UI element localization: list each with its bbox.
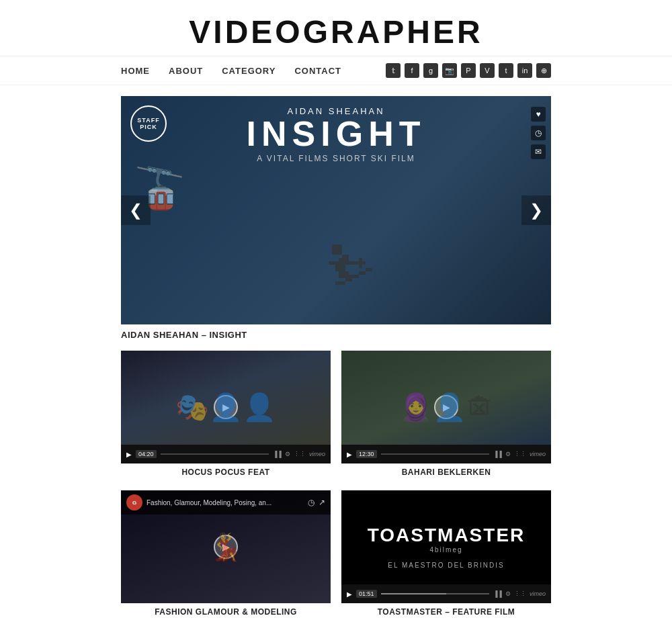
bahari-double-icon: ⋮⋮ xyxy=(514,451,526,457)
hocus-caption: HOCUS POCUS FEAT xyxy=(121,463,331,480)
fashion-thumb[interactable]: G Fashion, Glamour, Modeling, Posing, an… xyxy=(121,490,331,603)
social-instagram-icon[interactable]: 📷 xyxy=(442,63,457,78)
hocus-vimeo-label: vimeo xyxy=(309,451,325,457)
prev-video-button[interactable]: ❮ xyxy=(121,195,151,225)
hocus-gear-icon[interactable]: ⚙ xyxy=(285,451,290,457)
hocus-thumb[interactable]: 🎭👤👤 ▶ ▶ 04:20 ▐▐ ⚙ ⋮⋮ vimeo xyxy=(121,351,331,463)
staff-pick-line1: STAFF xyxy=(137,117,159,124)
toast-word1: TOAST xyxy=(368,525,437,545)
featured-video[interactable]: STAFF PICK ♥ ◷ ✉ AIDAN SHEAHAN INSIGHT A… xyxy=(121,96,551,324)
bahari-bars-icon: ▐▐ xyxy=(493,451,502,457)
hocus-bar-icons: ▐▐ ⚙ ⋮⋮ vimeo xyxy=(273,451,325,457)
hocus-bars-icon: ▐▐ xyxy=(273,451,282,457)
social-facebook-icon[interactable]: f xyxy=(405,63,419,78)
social-pinterest-icon[interactable]: P xyxy=(461,63,476,78)
nav-contact[interactable]: CONTACT xyxy=(294,66,341,76)
video-card-bahari: 🧕👤🏚 ▶ ▶ 12:30 ▐▐ ⚙ ⋮⋮ vimeo BAHARI BEKLE… xyxy=(341,351,551,480)
bahari-time: 12:30 xyxy=(356,450,377,458)
social-tumblr-icon[interactable]: t xyxy=(499,63,513,78)
bahari-controls: ▶ 12:30 ▐▐ ⚙ ⋮⋮ vimeo xyxy=(341,445,551,463)
bahari-bar-icons: ▐▐ ⚙ ⋮⋮ vimeo xyxy=(493,451,546,457)
toastmaster-double-icon: ⋮⋮ xyxy=(514,590,526,597)
toastmaster-controls: ▶ 01:51 ▐▐ ⚙ ⋮⋮ vimeo xyxy=(341,584,551,603)
social-rss-icon[interactable]: ⊕ xyxy=(536,63,551,78)
fashion-scene: 💃 xyxy=(121,490,331,603)
like-button[interactable]: ♥ xyxy=(531,107,546,122)
bahari-vimeo-label: vimeo xyxy=(530,451,546,457)
featured-caption: AIDAN SHEAHAN – INSIGHT xyxy=(121,324,551,348)
nav-home[interactable]: HOME xyxy=(121,66,150,76)
fashion-caption: FASHION GLAMOUR & MODELING xyxy=(121,603,331,619)
bahari-thumb[interactable]: 🧕👤🏚 ▶ ▶ 12:30 ▐▐ ⚙ ⋮⋮ vimeo xyxy=(341,351,551,463)
social-vimeo-icon[interactable]: V xyxy=(480,63,495,78)
ski-figure-decoration: ⛷ xyxy=(325,236,379,298)
hocus-controls: ▶ 04:20 ▐▐ ⚙ ⋮⋮ vimeo xyxy=(121,445,331,463)
site-title: VIDEOGRAPHER xyxy=(0,13,672,50)
staff-pick-line2: PICK xyxy=(140,124,157,130)
video-card-toastmaster: TOASTMASTER 4bilmeg EL MAESTRO DEL BRIND… xyxy=(341,490,551,619)
featured-subtitle: A VITAL FILMS SHORT SKI FILM xyxy=(247,154,426,163)
toastmaster-bar-icons: ▐▐ ⚙ ⋮⋮ vimeo xyxy=(493,590,546,597)
toastmaster-progress[interactable] xyxy=(381,593,490,594)
vimeo-action-buttons: ♥ ◷ ✉ xyxy=(526,101,551,165)
bahari-progress[interactable] xyxy=(381,453,490,455)
social-icons-bar: 𝕥 f g 📷 P V t in ⊕ xyxy=(386,63,551,78)
toastmaster-subtitle: 4bilmeg xyxy=(368,546,526,553)
watchlater-button[interactable]: ◷ xyxy=(531,126,546,140)
toastmaster-sub-text: EL MAESTRO DEL BRINDIS xyxy=(388,562,504,569)
hocus-play-sm[interactable]: ▶ xyxy=(126,451,132,458)
toastmaster-vimeo-label: vimeo xyxy=(530,590,546,597)
toastmaster-bars-icon: ▐▐ xyxy=(493,590,502,597)
video-card-hocus: 🎭👤👤 ▶ ▶ 04:20 ▐▐ ⚙ ⋮⋮ vimeo HOCUS POCUS … xyxy=(121,351,331,480)
toastmaster-big-title: TOASTMASTER xyxy=(368,525,526,546)
toastmaster-gear-icon[interactable]: ⚙ xyxy=(505,590,511,597)
hocus-double-icon: ⋮⋮ xyxy=(294,451,306,457)
next-video-button[interactable]: ❯ xyxy=(521,195,551,225)
bahari-play-sm[interactable]: ▶ xyxy=(347,451,352,458)
video-grid: 🎭👤👤 ▶ ▶ 04:20 ▐▐ ⚙ ⋮⋮ vimeo HOCUS POCUS … xyxy=(121,351,551,619)
site-header: VIDEOGRAPHER xyxy=(0,0,672,56)
nav-category[interactable]: CATEGORY xyxy=(222,66,276,76)
toastmaster-time: 01:51 xyxy=(356,590,377,598)
toast-word2: MASTER xyxy=(437,525,525,545)
featured-title: INSIGHT xyxy=(247,116,426,151)
toastmaster-caption: TOASTMASTER – FEATURE FILM xyxy=(341,603,551,619)
social-google-icon[interactable]: g xyxy=(423,63,438,78)
social-twitter-icon[interactable]: 𝕥 xyxy=(386,63,401,78)
hocus-progress[interactable] xyxy=(161,453,269,455)
bahari-caption: BAHARI BEKLERKEN xyxy=(341,463,551,480)
toastmaster-thumb[interactable]: TOASTMASTER 4bilmeg EL MAESTRO DEL BRIND… xyxy=(341,490,551,603)
toastmaster-title-area: TOASTMASTER 4bilmeg xyxy=(368,525,526,553)
toastmaster-progress-fill xyxy=(381,593,446,594)
nav-about[interactable]: ABOUT xyxy=(169,66,203,76)
fashion-sim-bg: G Fashion, Glamour, Modeling, Posing, an… xyxy=(121,490,331,603)
video-card-fashion: G Fashion, Glamour, Modeling, Posing, an… xyxy=(121,490,331,619)
nav-bar: HOME ABOUT CATEGORY CONTACT 𝕥 f g 📷 P V … xyxy=(0,56,672,85)
featured-video-inner: STAFF PICK ♥ ◷ ✉ AIDAN SHEAHAN INSIGHT A… xyxy=(121,96,551,324)
nav-links: HOME ABOUT CATEGORY CONTACT xyxy=(121,66,341,76)
toastmaster-play-sm[interactable]: ▶ xyxy=(347,590,352,598)
share-button[interactable]: ✉ xyxy=(531,144,546,159)
social-linkedin-icon[interactable]: in xyxy=(517,63,532,78)
bahari-gear-icon[interactable]: ⚙ xyxy=(505,451,511,457)
featured-text-overlay: AIDAN SHEAHAN INSIGHT A VITAL FILMS SHOR… xyxy=(247,106,426,163)
staff-pick-badge: STAFF PICK xyxy=(130,105,167,142)
hocus-time: 04:20 xyxy=(136,450,157,458)
main-content: STAFF PICK ♥ ◷ ✉ AIDAN SHEAHAN INSIGHT A… xyxy=(0,96,672,619)
